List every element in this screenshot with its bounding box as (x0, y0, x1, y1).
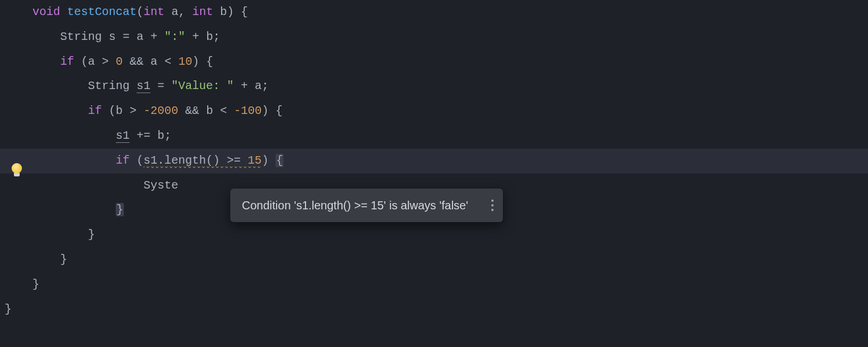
keyword-if: if (88, 104, 102, 117)
code-line[interactable]: String s1 = "Value: " + a; (0, 74, 868, 99)
code-line-warning[interactable]: if (s1.length() >= 15) { (0, 149, 868, 174)
code-line[interactable]: if (b > -2000 && b < -100) { (0, 99, 868, 124)
code-editor[interactable]: void testConcat(int a, int b) { String s… (0, 0, 868, 347)
paren: ( (137, 5, 144, 19)
code-line[interactable]: } (0, 272, 868, 297)
code-line[interactable]: s1 += b; (0, 124, 868, 149)
var-s1: s1 (137, 79, 150, 93)
string-literal: ":" (164, 30, 185, 43)
bulb-base (14, 173, 20, 176)
method-name: testConcat (67, 5, 137, 19)
more-vert-icon[interactable] (491, 200, 494, 211)
code-line[interactable]: String s = a + ":" + b; (0, 25, 868, 50)
code-line[interactable]: } (0, 297, 868, 322)
code-line[interactable]: } (0, 223, 868, 248)
param-b: b (220, 5, 227, 19)
inspection-tooltip[interactable]: Condition 's1.length() >= 15' is always … (230, 189, 503, 222)
code-area[interactable]: void testConcat(int a, int b) { String s… (0, 0, 868, 347)
code-line[interactable]: void testConcat(int a, int b) { (0, 0, 868, 25)
param-a: a (171, 5, 178, 19)
intention-bulb-icon[interactable] (10, 163, 23, 179)
matched-brace: } (116, 203, 124, 216)
code-line[interactable]: if (a > 0 && a < 10) { (0, 50, 868, 75)
bulb-glow (12, 163, 22, 174)
keyword-int: int (192, 5, 213, 19)
keyword-void: void (32, 5, 60, 19)
keyword-if: if (60, 55, 74, 68)
matched-brace: { (275, 154, 284, 167)
warning-span[interactable]: s1.length() >= 15 (144, 154, 262, 168)
var-s1: s1 (116, 129, 130, 143)
tooltip-message: Condition 's1.length() >= 15' is always … (242, 198, 468, 213)
keyword-int: int (144, 5, 164, 19)
keyword-if: if (116, 154, 130, 167)
truncated-code: Syste (144, 179, 178, 192)
code-line[interactable]: } (0, 248, 868, 272)
string-literal: "Value: " (171, 79, 234, 93)
type-string: String (60, 30, 102, 43)
